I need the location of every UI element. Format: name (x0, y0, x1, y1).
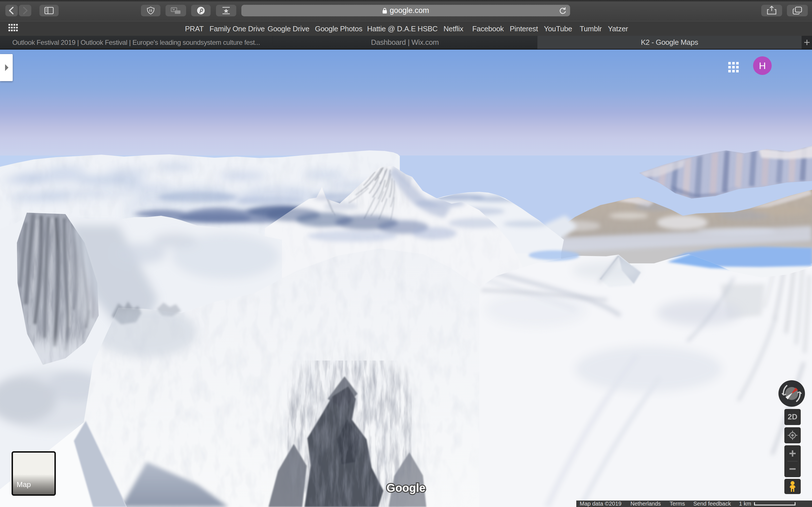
svg-text:Google: Google (387, 482, 425, 494)
